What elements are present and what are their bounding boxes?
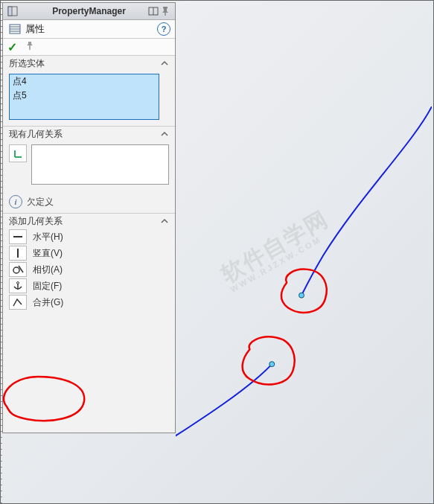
sketch-point-upper[interactable] <box>299 293 304 298</box>
properties-label: 属性 <box>25 22 157 36</box>
section-selected: 所选实体 点4 点5 <box>3 56 175 127</box>
collapse-icon <box>160 59 169 70</box>
keep-visible-button[interactable] <box>25 41 35 54</box>
status-info: i 欠定义 <box>3 191 175 213</box>
anchor-icon <box>9 278 27 293</box>
section-selected-header[interactable]: 所选实体 <box>3 56 175 71</box>
merge-icon <box>9 295 27 310</box>
tangent-icon <box>9 262 27 277</box>
info-icon: i <box>9 195 22 208</box>
titlebar: PropertyManager <box>3 3 175 20</box>
panel-icon <box>7 6 18 16</box>
svg-point-14 <box>13 267 19 273</box>
list-item[interactable]: 点5 <box>10 89 159 103</box>
titlebar-title: PropertyManager <box>52 6 126 16</box>
spline-upper[interactable] <box>301 106 432 296</box>
ok-button[interactable]: ✓ <box>7 40 17 54</box>
relation-tangent[interactable]: 相切(A) <box>3 261 175 278</box>
relation-label: 合并(G) <box>33 296 63 309</box>
list-item[interactable]: 点4 <box>10 74 159 89</box>
add-relations-list: 水平(H) 竖直(V) 相切(A) 固定(F) 合并(G) <box>3 229 175 310</box>
relation-horizontal[interactable]: 水平(H) <box>3 229 175 245</box>
sketch-point-lower[interactable] <box>269 362 275 367</box>
section-add-header[interactable]: 添加几何关系 <box>3 214 175 229</box>
confirm-row: ✓ <box>3 39 175 56</box>
selected-entities-list[interactable]: 点4 点5 <box>9 74 159 120</box>
relation-label: 相切(A) <box>33 264 63 276</box>
relation-vertical[interactable]: 竖直(V) <box>3 245 175 261</box>
help-icon: ? <box>157 22 170 36</box>
existing-relations-list[interactable] <box>31 144 169 185</box>
pushpin-small-icon <box>25 41 35 51</box>
relation-label: 水平(H) <box>33 231 63 243</box>
vertical-icon <box>9 246 27 261</box>
properties-header: 属性 ? <box>3 20 175 39</box>
relation-label: 竖直(V) <box>33 247 63 260</box>
relation-merge[interactable]: 合并(G) <box>3 294 175 310</box>
section-existing-title: 现有几何关系 <box>9 128 63 141</box>
section-add-title: 添加几何关系 <box>9 215 63 228</box>
section-add: 添加几何关系 水平(H) 竖直(V) 相切(A) 固定(F) <box>3 214 175 310</box>
relation-fix[interactable]: 固定(F) <box>3 278 175 294</box>
annotation-circle-lower <box>243 336 295 384</box>
svg-rect-1 <box>8 7 12 16</box>
titlebar-left-button[interactable] <box>4 4 21 18</box>
sketch-canvas[interactable] <box>176 2 432 502</box>
section-existing: 现有几何关系 i 欠定义 <box>3 127 175 214</box>
pushpin-icon <box>160 6 170 16</box>
help-button[interactable]: ? <box>157 22 170 36</box>
relation-icon <box>9 144 27 162</box>
properties-icon <box>7 24 22 34</box>
section-selected-title: 所选实体 <box>9 57 45 70</box>
status-text: 欠定义 <box>27 196 54 208</box>
collapse-icon <box>160 217 169 228</box>
titlebar-pin-button[interactable] <box>157 4 173 18</box>
relation-label: 固定(F) <box>33 280 62 293</box>
collapse-icon <box>160 130 169 141</box>
property-manager-panel: PropertyManager 属性 ? ✓ <box>2 2 176 433</box>
app-root: PropertyManager 属性 ? ✓ <box>0 0 434 504</box>
horizontal-icon <box>9 229 27 244</box>
section-existing-header[interactable]: 现有几何关系 <box>3 127 175 141</box>
